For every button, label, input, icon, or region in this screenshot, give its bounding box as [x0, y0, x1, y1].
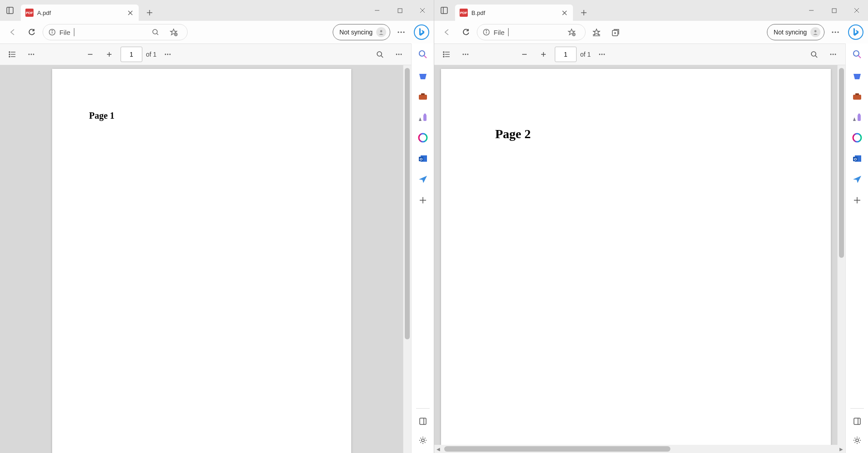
office-sidebar-icon[interactable] — [851, 131, 863, 144]
nav-row: File Not syncing — [0, 21, 434, 43]
svg-point-101 — [833, 54, 834, 55]
pdf-overflow-center[interactable] — [160, 47, 175, 62]
overflow-menu[interactable] — [827, 24, 844, 40]
games-sidebar-icon[interactable] — [417, 111, 429, 123]
send-sidebar-icon[interactable] — [851, 173, 863, 186]
contents-icon[interactable] — [439, 47, 454, 62]
close-tab-icon[interactable] — [560, 9, 568, 17]
favorite-icon[interactable] — [563, 24, 580, 40]
reload-button[interactable] — [24, 24, 40, 40]
edge-sidebar: O — [845, 43, 868, 453]
pdf-overflow-right[interactable] — [825, 47, 841, 62]
panel-sidebar-icon[interactable] — [417, 415, 429, 428]
browser-tab[interactable]: PDF A.pdf — [21, 5, 139, 21]
favorite-icon[interactable] — [165, 24, 182, 40]
svg-point-95 — [599, 54, 601, 55]
reload-button[interactable] — [458, 24, 474, 40]
zoom-out-button[interactable] — [82, 47, 98, 62]
sync-status[interactable]: Not syncing — [767, 24, 824, 40]
tab-actions-icon[interactable] — [4, 4, 16, 17]
pdf-icon: PDF — [460, 9, 468, 17]
vertical-scrollbar[interactable] — [837, 65, 845, 445]
find-icon[interactable] — [806, 47, 822, 62]
address-bar[interactable]: File — [477, 24, 586, 40]
bing-icon[interactable] — [848, 24, 863, 40]
settings-sidebar-icon[interactable] — [417, 434, 429, 447]
svg-text:O: O — [419, 157, 422, 161]
browser-tab[interactable]: PDF B.pdf — [455, 5, 573, 21]
close-window-button[interactable] — [845, 0, 868, 21]
pdf-more-left[interactable] — [458, 47, 473, 62]
vertical-scrollbar[interactable] — [403, 65, 411, 453]
new-tab-button[interactable] — [141, 5, 158, 21]
overflow-menu[interactable] — [393, 24, 409, 40]
tab-actions-icon[interactable] — [438, 4, 451, 17]
outlook-sidebar-icon[interactable]: O — [417, 152, 429, 165]
send-sidebar-icon[interactable] — [417, 173, 429, 186]
close-window-button[interactable] — [411, 0, 434, 21]
settings-sidebar-icon[interactable] — [851, 434, 863, 447]
scroll-thumb[interactable] — [405, 68, 410, 339]
horizontal-scrollbar[interactable]: ◀ ▶ — [434, 445, 845, 453]
minimize-button[interactable] — [366, 0, 388, 21]
zoom-in-button[interactable] — [102, 47, 117, 62]
tools-sidebar-icon[interactable] — [417, 90, 429, 102]
add-sidebar-icon[interactable] — [417, 194, 429, 207]
tools-sidebar-icon[interactable] — [851, 90, 863, 102]
collections-icon[interactable] — [607, 24, 624, 40]
sidebar-divider — [850, 408, 864, 409]
page-canvas[interactable]: Page 1 — [0, 65, 403, 453]
svg-point-22 — [9, 52, 10, 53]
pdf-overflow-center[interactable] — [594, 47, 610, 62]
scroll-thumb[interactable] — [444, 446, 670, 452]
svg-point-79 — [815, 30, 817, 33]
favorites-list-icon[interactable] — [588, 24, 605, 40]
sync-status[interactable]: Not syncing — [333, 24, 390, 40]
office-sidebar-icon[interactable] — [417, 131, 429, 144]
zoom-in-button[interactable] — [536, 47, 551, 62]
scroll-left-icon[interactable]: ◀ — [434, 447, 442, 452]
svg-rect-54 — [420, 418, 426, 424]
add-sidebar-icon[interactable] — [851, 194, 863, 207]
outlook-sidebar-icon[interactable]: O — [851, 152, 863, 165]
shopping-sidebar-icon[interactable] — [417, 69, 429, 82]
maximize-button[interactable] — [823, 0, 845, 21]
new-tab-button[interactable] — [576, 5, 592, 21]
search-sidebar-icon[interactable] — [417, 48, 429, 61]
contents-icon[interactable] — [5, 47, 20, 62]
zoom-out-button[interactable] — [517, 47, 532, 62]
minimize-button[interactable] — [800, 0, 823, 21]
page-number-input[interactable] — [121, 47, 142, 62]
close-tab-icon[interactable] — [126, 9, 134, 17]
address-bar[interactable]: File — [43, 24, 188, 40]
scroll-thumb[interactable] — [839, 68, 844, 258]
zoom-icon[interactable] — [147, 24, 164, 40]
pdf-overflow-right[interactable] — [391, 47, 407, 62]
back-button[interactable] — [439, 24, 455, 40]
desktop: PDF A.pdf File — [0, 0, 868, 453]
svg-line-43 — [424, 56, 427, 58]
scroll-right-icon[interactable]: ▶ — [837, 447, 845, 452]
svg-point-97 — [604, 54, 605, 55]
panel-sidebar-icon[interactable] — [851, 415, 863, 428]
find-icon[interactable] — [372, 47, 388, 62]
page-number-input[interactable] — [555, 47, 577, 62]
address-label: File — [59, 29, 70, 36]
back-button[interactable] — [5, 24, 21, 40]
maximize-button[interactable] — [388, 0, 411, 21]
search-sidebar-icon[interactable] — [851, 48, 863, 61]
games-sidebar-icon[interactable] — [851, 111, 863, 123]
svg-point-28 — [29, 54, 30, 55]
pdf-more-left[interactable] — [24, 47, 39, 62]
bing-icon[interactable] — [414, 24, 429, 40]
address-label: File — [494, 29, 504, 36]
tab-strip: PDF B.pdf — [455, 0, 592, 21]
profile-icon — [376, 27, 386, 37]
shopping-sidebar-icon[interactable] — [851, 69, 863, 82]
svg-point-117 — [856, 439, 858, 442]
page-count-label: of 1 — [146, 51, 156, 58]
svg-point-37 — [377, 52, 382, 56]
page-canvas[interactable]: Page 2 — [434, 65, 837, 445]
svg-point-109 — [858, 114, 860, 116]
svg-point-23 — [9, 54, 10, 55]
